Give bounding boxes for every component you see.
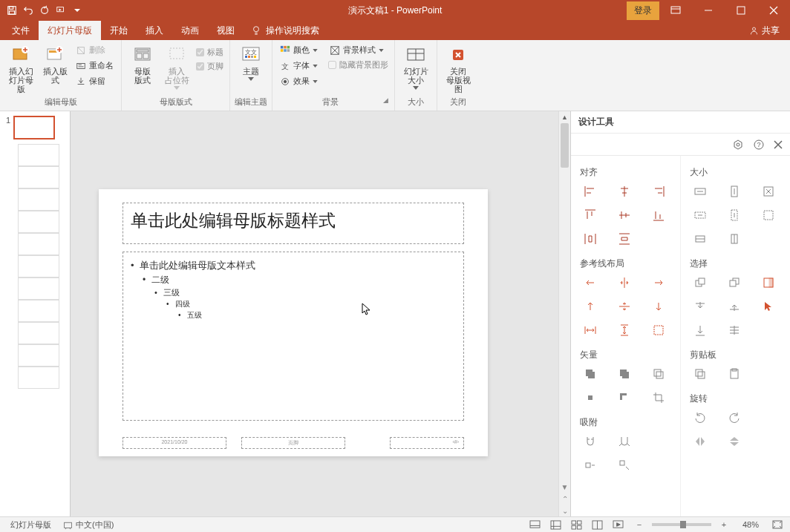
combine-icon[interactable] — [614, 366, 635, 382]
layout-thumbnail-8[interactable] — [18, 300, 59, 322]
select-front-icon[interactable] — [690, 275, 711, 291]
select-pointer-icon[interactable] — [758, 298, 779, 315]
snap-shape-icon[interactable] — [580, 457, 601, 473]
vertical-scrollbar[interactable]: ▲ ▼ ⌃ ⌄ — [558, 111, 570, 516]
rename-button[interactable]: 重命名 — [73, 59, 117, 73]
save-icon[interactable] — [4, 3, 19, 18]
ref-right-icon[interactable] — [648, 275, 669, 291]
ref-bottom-icon[interactable] — [648, 298, 669, 315]
layout-thumbnail-6[interactable] — [18, 255, 59, 278]
insert-placeholder-button[interactable]: 插入 占位符 — [160, 43, 193, 91]
undo-icon[interactable] — [21, 3, 36, 18]
ref-height-icon[interactable] — [614, 322, 635, 338]
zoom-slider-knob[interactable] — [680, 521, 686, 528]
snap-guide-icon[interactable] — [614, 457, 635, 473]
select-forward-icon[interactable] — [690, 298, 711, 315]
hide-bg-checkbox[interactable]: 隐藏背景图形 — [327, 59, 390, 71]
slideshow-icon[interactable] — [610, 519, 627, 531]
layout-thumbnail-5[interactable] — [18, 233, 59, 255]
title-placeholder[interactable]: 单击此处编辑母版标题样式 — [123, 203, 464, 244]
select-down-icon[interactable] — [690, 322, 711, 338]
canvas-scroll[interactable]: 单击此处编辑母版标题样式 单击此处编辑母版文本样式 二级 三级 四级 五级 20… — [71, 111, 558, 516]
distribute-v-icon[interactable] — [614, 231, 635, 247]
dialog-launcher-icon[interactable]: ◢ — [383, 96, 390, 104]
copy-icon[interactable] — [690, 366, 711, 382]
tab-animation[interactable]: 动画 — [172, 21, 208, 40]
align-top-icon[interactable] — [580, 207, 601, 223]
size-width-icon[interactable] — [690, 183, 711, 200]
fonts-button[interactable]: 文字体 — [277, 59, 321, 73]
layout-thumbnail-10[interactable] — [18, 344, 59, 367]
select-eq-icon[interactable] — [724, 322, 745, 338]
align-middle-icon[interactable] — [614, 207, 635, 223]
rotate-cw-icon[interactable] — [724, 410, 745, 426]
scroll-up-icon[interactable]: ▲ — [559, 111, 570, 123]
sorter-view-icon[interactable] — [569, 519, 585, 531]
tab-slide-master[interactable]: 幻灯片母版 — [39, 21, 101, 40]
size-shrink-w-icon[interactable] — [690, 207, 711, 223]
slide-number-placeholder[interactable]: ‹#› — [390, 437, 464, 449]
ref-width-icon[interactable] — [580, 322, 601, 338]
status-lang[interactable]: 中文(中国) — [57, 519, 120, 531]
insert-layout-button[interactable]: 插入版式 — [39, 43, 71, 86]
slide-size-button[interactable]: 幻灯片 大小 — [399, 43, 432, 91]
align-left-icon[interactable] — [580, 183, 601, 200]
tab-insert[interactable]: 插入 — [137, 21, 172, 40]
align-center-icon[interactable] — [614, 183, 635, 200]
zoom-slider[interactable] — [652, 523, 711, 526]
paste-icon[interactable] — [724, 366, 745, 382]
themes-button[interactable]: 文文 主题 — [235, 43, 267, 82]
snap-magnet-icon[interactable] — [580, 433, 601, 450]
ref-top-icon[interactable] — [580, 298, 601, 315]
scroll-thumb[interactable] — [561, 123, 569, 168]
intersect-icon[interactable] — [580, 390, 601, 406]
rotate-ccw-icon[interactable] — [690, 410, 711, 426]
title-checkbox[interactable]: 标题 — [195, 46, 225, 59]
select-backward-icon[interactable] — [724, 298, 745, 315]
pane-help-icon[interactable]: ? — [753, 139, 765, 151]
footer-placeholder[interactable]: 页脚 — [241, 437, 345, 449]
notes-icon[interactable] — [527, 519, 543, 531]
date-placeholder[interactable]: 2021/10/20 — [123, 437, 226, 449]
normal-view-icon[interactable] — [548, 519, 564, 531]
body-placeholder[interactable]: 单击此处编辑母版文本样式 二级 三级 四级 五级 — [123, 252, 464, 421]
flip-v-icon[interactable] — [724, 433, 745, 450]
zoom-in-icon[interactable]: + — [716, 519, 732, 531]
insert-slide-master-button[interactable]: 插入幻 灯片母版 — [4, 43, 37, 95]
prev-slide-icon[interactable]: ⌃ — [559, 493, 570, 505]
crop-icon[interactable] — [648, 390, 669, 406]
select-pane-icon[interactable] — [758, 275, 779, 291]
tab-home[interactable]: 开始 — [101, 21, 137, 40]
layout-thumbnail-7[interactable] — [18, 278, 59, 300]
thumbnail-panel[interactable]: 1 — [0, 111, 71, 516]
master-thumbnail[interactable] — [13, 116, 55, 139]
close-master-button[interactable]: 关闭 母版视图 — [442, 43, 474, 95]
close-icon[interactable] — [757, 0, 790, 21]
login-button[interactable]: 登录 — [627, 1, 659, 20]
bg-styles-button[interactable]: 背景样式 — [327, 43, 390, 57]
size-both-icon[interactable] — [758, 183, 779, 200]
ribbon-options-icon[interactable] — [659, 0, 692, 21]
layout-thumbnail-3[interactable] — [18, 188, 59, 211]
preserve-button[interactable]: 保留 — [73, 74, 117, 88]
start-from-beginning-icon[interactable] — [53, 3, 68, 18]
share-button[interactable]: 共享 — [739, 21, 790, 40]
minimize-icon[interactable] — [692, 0, 725, 21]
fit-window-icon[interactable] — [769, 519, 786, 531]
snap-grid-icon[interactable] — [614, 433, 635, 450]
pane-close-icon[interactable] — [774, 140, 783, 149]
zoom-out-icon[interactable]: − — [631, 519, 647, 531]
qat-dropdown-icon[interactable] — [70, 3, 85, 18]
colors-button[interactable]: 颜色 — [277, 43, 321, 57]
layout-thumbnail-4[interactable] — [18, 211, 59, 233]
layout-thumbnail-9[interactable] — [18, 322, 59, 344]
align-bottom-icon[interactable] — [648, 207, 669, 223]
layout-thumbnail-1[interactable] — [18, 144, 59, 166]
tell-me[interactable]: 操作说明搜索 — [244, 21, 327, 40]
scroll-down-icon[interactable]: ▼ — [559, 481, 570, 493]
size-shrink-h-icon[interactable] — [724, 207, 745, 223]
tab-file[interactable]: 文件 — [3, 21, 39, 40]
next-slide-icon[interactable]: ⌄ — [559, 505, 570, 516]
size-shrink-both-icon[interactable] — [758, 207, 779, 223]
redo-icon[interactable] — [37, 3, 52, 18]
